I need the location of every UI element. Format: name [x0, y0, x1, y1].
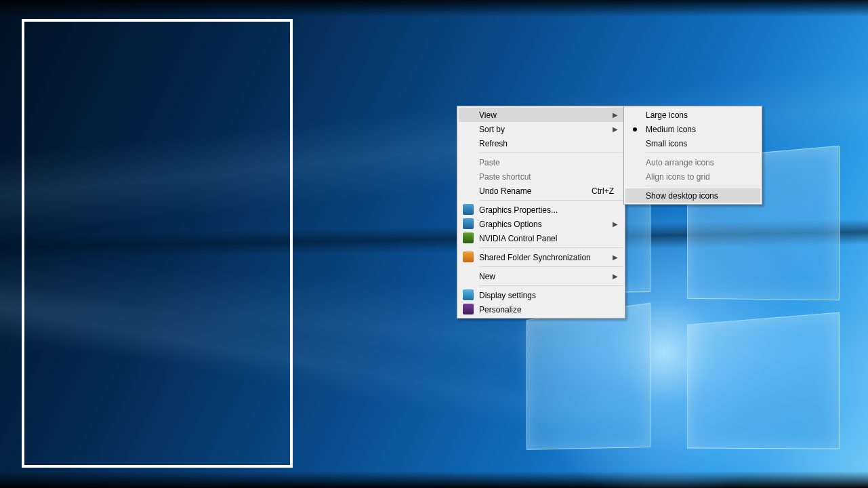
- menu-item-label: Personalize: [479, 305, 522, 314]
- menu-item-label: Sort by: [479, 125, 505, 134]
- menu-item-auto-arrange-icons[interactable]: Auto arrange icons: [625, 155, 760, 169]
- desktop-wallpaper[interactable]: View ▶ Sort by ▶ Refresh Paste Paste sho…: [0, 0, 868, 488]
- menu-item-show-desktop-icons[interactable]: Show desktop icons: [625, 188, 760, 203]
- submenu-arrow-icon: ▶: [613, 253, 618, 261]
- menu-item-label: Graphics Options: [479, 220, 542, 229]
- display-settings-icon: [463, 289, 474, 300]
- submenu-arrow-icon: ▶: [613, 111, 618, 119]
- windows-logo-pane: [687, 312, 840, 449]
- menu-item-shared-folder-sync[interactable]: Shared Folder Synchronization ▶: [459, 250, 623, 264]
- menu-item-display-settings[interactable]: Display settings: [459, 288, 623, 302]
- menu-item-paste-shortcut: Paste shortcut: [459, 169, 623, 184]
- menu-item-nvidia-control-panel[interactable]: NVIDIA Control Panel: [459, 231, 623, 245]
- menu-item-label: Display settings: [479, 291, 536, 300]
- menu-separator: [479, 266, 623, 267]
- menu-item-graphics-options[interactable]: Graphics Options ▶: [459, 217, 623, 231]
- windows-logo-pane: [526, 303, 650, 450]
- menu-item-label: Undo Rename: [479, 186, 531, 196]
- shared-folder-sync-icon: [463, 251, 474, 262]
- menu-item-view[interactable]: View ▶: [459, 108, 623, 122]
- intel-graphics-icon: [463, 218, 474, 229]
- menu-item-large-icons[interactable]: Large icons: [625, 108, 760, 122]
- menu-separator: [646, 152, 760, 153]
- menu-item-align-icons-to-grid[interactable]: Align icons to grid: [625, 169, 760, 184]
- menu-item-label: Medium icons: [646, 125, 696, 134]
- menu-item-small-icons[interactable]: Small icons: [625, 136, 760, 150]
- nvidia-icon: [463, 232, 474, 243]
- menu-item-personalize[interactable]: Personalize: [459, 302, 623, 317]
- menu-item-medium-icons[interactable]: Medium icons: [625, 122, 760, 136]
- menu-item-sort-by[interactable]: Sort by ▶: [459, 122, 623, 136]
- submenu-arrow-icon: ▶: [613, 125, 618, 133]
- menu-item-label: Align icons to grid: [646, 172, 710, 182]
- personalize-icon: [463, 304, 474, 314]
- menu-separator: [479, 152, 623, 153]
- menu-item-label: New: [479, 272, 495, 281]
- intel-graphics-icon: [463, 204, 474, 215]
- menu-separator: [479, 200, 623, 201]
- menu-item-refresh[interactable]: Refresh: [459, 136, 623, 150]
- menu-item-label: Graphics Properties...: [479, 205, 558, 215]
- submenu-arrow-icon: ▶: [613, 220, 618, 228]
- menu-separator: [479, 247, 623, 248]
- menu-item-label: NVIDIA Control Panel: [479, 234, 557, 243]
- menu-item-label: Large icons: [646, 110, 688, 120]
- menu-item-label: Paste shortcut: [479, 172, 531, 182]
- menu-item-new[interactable]: New ▶: [459, 269, 623, 283]
- menu-item-label: Paste: [479, 158, 500, 167]
- menu-item-shortcut: Ctrl+Z: [592, 186, 614, 196]
- view-submenu: Large icons Medium icons Small icons Aut…: [623, 106, 762, 205]
- menu-item-label: Auto arrange icons: [646, 158, 714, 167]
- selection-rectangle: [22, 19, 293, 468]
- radio-selected-icon: [633, 127, 637, 131]
- menu-item-graphics-properties[interactable]: Graphics Properties...: [459, 203, 623, 217]
- desktop-context-menu: View ▶ Sort by ▶ Refresh Paste Paste sho…: [457, 106, 625, 319]
- menu-item-undo-rename[interactable]: Undo Rename Ctrl+Z: [459, 184, 623, 198]
- submenu-arrow-icon: ▶: [613, 272, 618, 280]
- menu-item-label: Show desktop icons: [646, 191, 718, 201]
- menu-item-label: Small icons: [646, 139, 687, 148]
- menu-separator: [479, 285, 623, 286]
- menu-separator: [646, 186, 760, 186]
- menu-item-label: View: [479, 110, 497, 120]
- menu-item-label: Refresh: [479, 139, 508, 148]
- menu-item-label: Shared Folder Synchronization: [479, 253, 591, 262]
- menu-item-paste: Paste: [459, 155, 623, 169]
